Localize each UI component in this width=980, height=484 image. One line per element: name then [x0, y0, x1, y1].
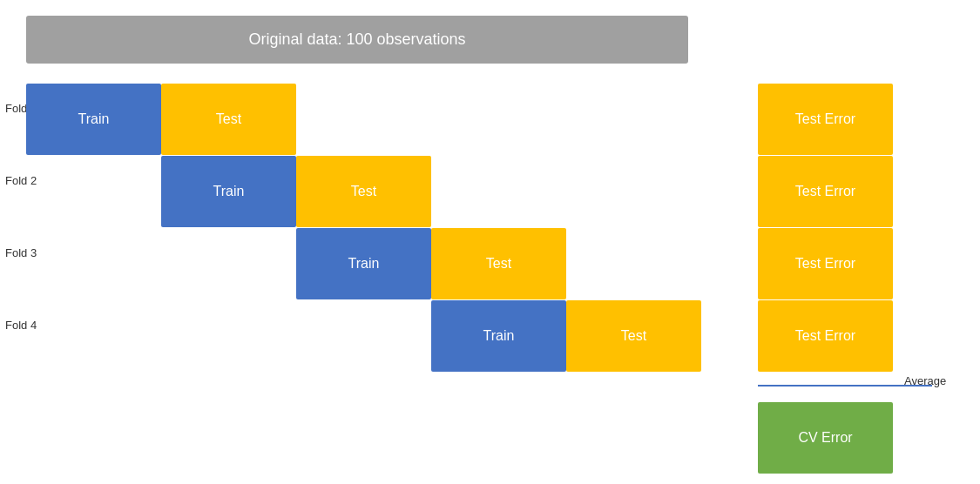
fold-4-train: Train [431, 300, 566, 372]
fold-1-test-error: Test Error [758, 84, 893, 155]
fold-2-test-error: Test Error [758, 156, 893, 227]
fold-3-test-error: Test Error [758, 228, 893, 299]
original-data-label: Original data: 100 observations [248, 30, 465, 49]
original-data-bar: Original data: 100 observations [26, 16, 688, 64]
fold-1-test: Test [161, 84, 296, 155]
fold-2-train: Train [161, 156, 296, 227]
fold-3-label: Fold 3 [5, 246, 37, 259]
fold-4-test-error: Test Error [758, 300, 893, 372]
fold-4-test: Test [566, 300, 701, 372]
fold-2-label: Fold 2 [5, 174, 37, 187]
cv-error-box: CV Error [758, 402, 893, 474]
diagram: Original data: 100 observations Fold 1 T… [0, 0, 980, 484]
fold-4-label: Fold 4 [5, 319, 37, 332]
fold-3-test: Test [431, 228, 566, 299]
fold-3-train: Train [296, 228, 431, 299]
fold-1-train: Train [26, 84, 161, 155]
fold-2-test: Test [296, 156, 431, 227]
average-label: Average [904, 374, 946, 387]
